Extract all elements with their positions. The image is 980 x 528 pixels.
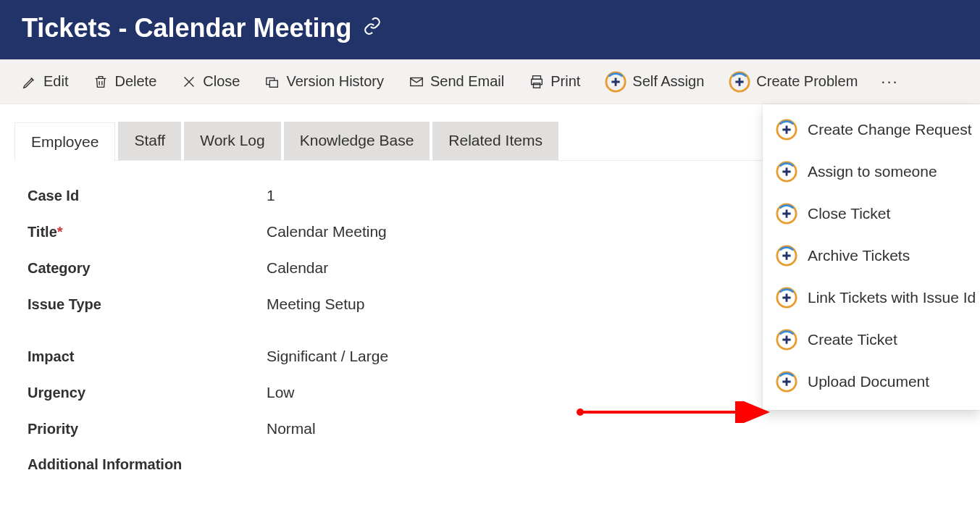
content-area: Employee Staff Work Log Knowledge Base R…: [0, 104, 980, 473]
pencil-icon: [22, 74, 38, 90]
priority-label: Priority: [28, 421, 267, 437]
plus-circle-icon: [729, 71, 750, 93]
plus-circle-icon: [776, 203, 797, 225]
plus-circle-icon: [776, 245, 797, 267]
dd-label: Close Ticket: [808, 205, 890, 222]
svg-rect-2: [411, 77, 423, 85]
impact-label: Impact: [28, 348, 267, 365]
priority-value: Normal: [267, 420, 316, 437]
dd-label: Create Ticket: [808, 331, 897, 348]
tab-related-items[interactable]: Related Items: [432, 122, 558, 160]
title-label: Title*: [28, 224, 267, 240]
dd-label: Link Tickets with Issue Id: [808, 289, 976, 306]
urgency-label: Urgency: [28, 385, 267, 401]
case-id-value: 1: [267, 187, 275, 204]
version-history-icon: [264, 74, 280, 90]
dd-close-ticket[interactable]: Close Ticket: [763, 193, 980, 235]
impact-value: Significant / Large: [267, 348, 388, 365]
additional-info-label: Additional Information: [28, 456, 267, 473]
plus-circle-icon: [776, 119, 797, 141]
tab-staff[interactable]: Staff: [118, 122, 181, 160]
dd-label: Upload Document: [808, 373, 929, 390]
close-icon: [181, 74, 197, 90]
dd-create-ticket[interactable]: Create Ticket: [763, 319, 980, 361]
self-assign-button[interactable]: Self Assign: [600, 68, 708, 96]
mail-icon: [409, 74, 424, 90]
svg-rect-5: [534, 83, 540, 87]
version-history-button[interactable]: Version History: [260, 70, 388, 93]
more-actions-button[interactable]: ···: [878, 70, 901, 94]
dd-archive-tickets[interactable]: Archive Tickets: [763, 235, 980, 277]
version-history-label: Version History: [286, 73, 384, 90]
dd-link-tickets[interactable]: Link Tickets with Issue Id: [763, 277, 980, 319]
category-value: Calendar: [267, 259, 328, 277]
title-value: Calendar Meeting: [267, 223, 387, 240]
dd-label: Archive Tickets: [808, 247, 910, 264]
page-header: Tickets - Calendar Meeting: [0, 0, 980, 59]
plus-circle-icon: [776, 371, 797, 393]
issue-type-value: Meeting Setup: [267, 296, 364, 313]
create-problem-button[interactable]: Create Problem: [724, 68, 862, 96]
self-assign-label: Self Assign: [632, 73, 704, 90]
dd-upload-document[interactable]: Upload Document: [763, 361, 980, 403]
tab-knowledge-base[interactable]: Knowledge Base: [284, 122, 430, 160]
edit-label: Edit: [43, 73, 68, 90]
print-icon: [529, 74, 545, 90]
issue-type-label: Issue Type: [28, 296, 267, 313]
trash-icon: [93, 74, 109, 90]
urgency-value: Low: [267, 384, 295, 401]
page-title: Tickets - Calendar Meeting: [22, 13, 351, 43]
dd-label: Create Change Request: [808, 121, 971, 138]
delete-button[interactable]: Delete: [88, 70, 161, 93]
create-problem-label: Create Problem: [756, 73, 858, 90]
plus-circle-icon: [776, 161, 797, 183]
print-label: Print: [550, 73, 580, 90]
close-label: Close: [203, 73, 240, 90]
dd-create-change-request[interactable]: Create Change Request: [763, 109, 980, 151]
plus-circle-icon: [776, 287, 797, 309]
delete-label: Delete: [114, 73, 156, 90]
category-label: Category: [28, 260, 267, 277]
link-icon[interactable]: [363, 17, 382, 41]
send-email-label: Send Email: [430, 73, 504, 90]
plus-circle-icon: [776, 329, 797, 351]
tab-employee[interactable]: Employee: [14, 122, 115, 161]
send-email-button[interactable]: Send Email: [404, 70, 508, 93]
svg-rect-1: [270, 80, 278, 87]
case-id-label: Case Id: [28, 188, 267, 204]
plus-circle-icon: [605, 71, 627, 93]
toolbar: Edit Delete Close Version History Send E…: [0, 59, 980, 104]
edit-button[interactable]: Edit: [17, 70, 72, 93]
print-button[interactable]: Print: [524, 70, 585, 93]
close-button[interactable]: Close: [177, 70, 244, 93]
dd-label: Assign to someone: [808, 163, 937, 180]
tab-work-log[interactable]: Work Log: [184, 122, 281, 160]
dd-assign-to-someone[interactable]: Assign to someone: [763, 151, 980, 193]
actions-dropdown: Create Change Request Assign to someone …: [763, 104, 980, 410]
